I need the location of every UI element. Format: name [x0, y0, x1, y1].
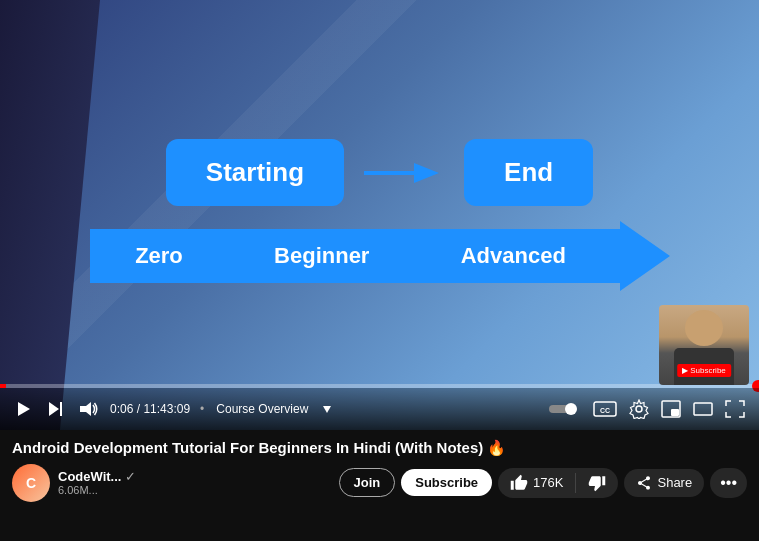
flow-row: Starting End: [166, 139, 593, 206]
right-controls: CC: [547, 397, 747, 421]
next-button[interactable]: [44, 398, 66, 420]
play-button[interactable]: [12, 398, 34, 420]
svg-rect-5: [60, 402, 62, 416]
miniplayer-button[interactable]: [659, 398, 683, 420]
subtitles-button[interactable]: CC: [591, 398, 619, 420]
more-options-button[interactable]: •••: [710, 468, 747, 498]
svg-marker-7: [323, 406, 331, 413]
end-box: End: [464, 139, 593, 206]
video-content: Starting End Zero Beginner: [0, 0, 759, 430]
dislike-button[interactable]: [576, 468, 618, 498]
like-dislike-group: 176K: [498, 468, 618, 498]
avatar[interactable]: C: [12, 464, 50, 502]
time-display: 0:06 / 11:43:09: [110, 402, 190, 416]
instructor-head: [685, 310, 723, 346]
label-beginner: Beginner: [274, 243, 369, 269]
svg-text:CC: CC: [600, 407, 610, 414]
volume-button[interactable]: [76, 398, 100, 420]
svg-marker-1: [414, 163, 439, 183]
like-button[interactable]: 176K: [498, 468, 575, 498]
settings-button[interactable]: [627, 397, 651, 421]
subscribe-badge: ▶Subscribe: [677, 364, 731, 377]
video-title: Android Development Tutorial For Beginne…: [12, 438, 747, 458]
chapter-label: Course Overview: [216, 402, 308, 416]
share-label: Share: [657, 475, 692, 490]
share-button[interactable]: Share: [624, 469, 704, 497]
level-labels: Zero Beginner Advanced: [90, 243, 612, 269]
svg-point-12: [636, 406, 642, 412]
channel-row: C CodeWit... ✓ 6.06M... Join Subscribe 1…: [12, 464, 747, 502]
chapter-arrow-button[interactable]: [318, 400, 336, 418]
svg-marker-4: [49, 402, 59, 416]
subscribe-button[interactable]: Subscribe: [401, 469, 492, 496]
channel-name-row: CodeWit... ✓: [58, 469, 331, 484]
join-button[interactable]: Join: [339, 468, 396, 497]
channel-actions: Join Subscribe 176K: [339, 468, 747, 498]
theater-button[interactable]: [691, 398, 715, 420]
starting-box: Starting: [166, 139, 344, 206]
fullscreen-button[interactable]: [723, 398, 747, 420]
svg-marker-6: [80, 402, 91, 416]
video-player: Starting End Zero Beginner: [0, 0, 759, 430]
svg-rect-14: [671, 409, 679, 416]
verified-icon: ✓: [125, 469, 136, 484]
diagram-area: Starting End Zero Beginner: [90, 139, 670, 291]
instructor-thumbnail: ▶Subscribe: [659, 305, 749, 385]
channel-name: CodeWit...: [58, 469, 121, 484]
channel-info: CodeWit... ✓ 6.06M...: [58, 469, 331, 496]
svg-rect-15: [694, 403, 712, 415]
progress-arrow: Zero Beginner Advanced: [90, 221, 670, 291]
info-bar: Android Development Tutorial For Beginne…: [0, 430, 759, 506]
separator: •: [200, 402, 204, 416]
controls-bar: 0:06 / 11:43:09 • Course Overview CC: [0, 388, 759, 430]
svg-marker-3: [18, 402, 30, 416]
like-count: 176K: [533, 475, 563, 490]
autoplay-button[interactable]: [547, 398, 583, 420]
svg-point-9: [565, 403, 577, 415]
flow-arrow: [364, 158, 444, 188]
label-advanced: Advanced: [461, 243, 566, 269]
label-zero: Zero: [135, 243, 183, 269]
subscriber-count: 6.06M...: [58, 484, 331, 496]
